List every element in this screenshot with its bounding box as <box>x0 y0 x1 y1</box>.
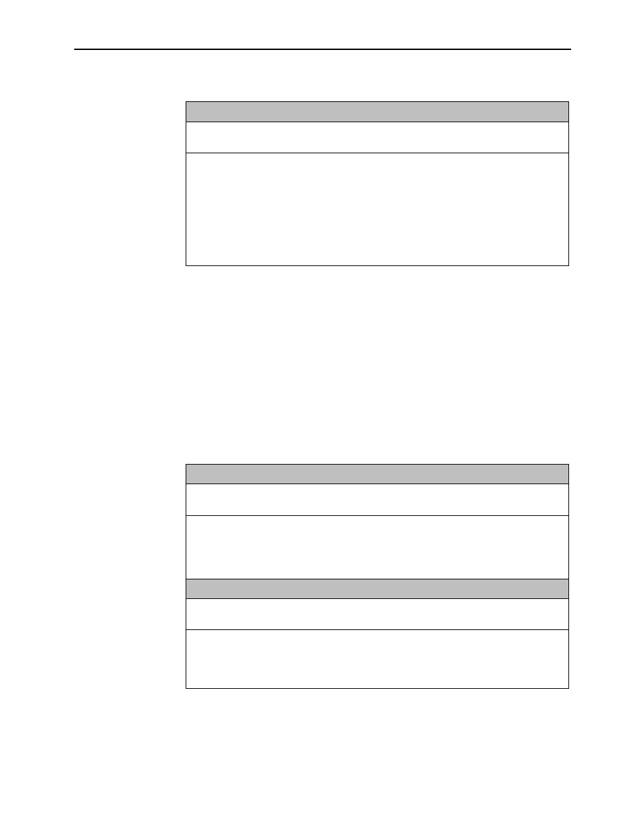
table-2 <box>186 464 569 689</box>
table-2-section-1-row-2 <box>186 516 568 579</box>
table-2-section-2-row-2 <box>186 630 568 688</box>
table-2-section-2-header-band <box>186 579 568 599</box>
document-page <box>0 0 644 834</box>
table-1 <box>186 101 569 266</box>
header-rule <box>74 49 571 50</box>
table-2-section-1-row-1 <box>186 484 568 516</box>
table-2-section-2-row-1 <box>186 599 568 630</box>
table-1-row-1 <box>186 122 568 153</box>
table-1-row-2 <box>186 153 568 265</box>
table-1-header-band <box>186 102 568 122</box>
table-2-section-1-header-band <box>186 465 568 484</box>
